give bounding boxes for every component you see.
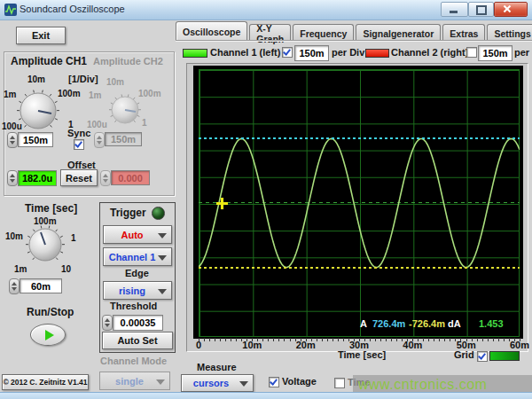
- time-knob[interactable]: [24, 223, 66, 266]
- channel-mode-value: single: [115, 376, 144, 387]
- amplitude-ch2-spinner[interactable]: [94, 132, 105, 148]
- time-value[interactable]: 60m: [20, 278, 62, 293]
- channel1-per-div-value[interactable]: 150m: [294, 45, 329, 61]
- threshold-label: Threshold: [110, 301, 157, 311]
- offset-ch1-spinner[interactable]: [7, 170, 18, 186]
- knob-label-100u: 100u: [2, 121, 22, 131]
- tab-bar: OscilloscopeX-Y GraphFrequencySignalgene…: [176, 22, 532, 41]
- waveform-trace: [199, 69, 520, 337]
- minimize-button[interactable]: [441, 2, 468, 17]
- amplitude-ch1-spinner[interactable]: [7, 132, 18, 148]
- offset-ch1-value[interactable]: 182.0u: [18, 170, 57, 186]
- app-window: Soundcard Oszilloscope Exit Amplitude CH…: [0, 0, 532, 399]
- x-tick-label: 0: [196, 340, 201, 350]
- amplitude-ch2-title: Amplitude CH2: [93, 56, 163, 66]
- tab-settings[interactable]: Settings: [487, 24, 532, 41]
- time-label-100m: 100m: [34, 216, 57, 226]
- x-tick-label: 60m: [510, 340, 529, 350]
- x-tick-label: 40m: [403, 340, 422, 350]
- knob-label-100m-ch2: 100m: [138, 89, 161, 98]
- channel1-color-swatch: [183, 49, 207, 58]
- amplitude-ch2-knob[interactable]: [107, 92, 143, 128]
- amplitude-ch2-value[interactable]: 150m: [105, 132, 142, 146]
- measure-label: Measure: [197, 362, 237, 372]
- grid-color-swatch[interactable]: [489, 351, 520, 361]
- voltage-checkbox[interactable]: [269, 377, 279, 387]
- delta-label: dA: [448, 318, 461, 329]
- play-icon: [45, 330, 54, 340]
- threshold-spinner[interactable]: [102, 315, 113, 331]
- app-icon: [4, 4, 17, 16]
- tab-extras[interactable]: Extras: [442, 24, 485, 41]
- time-label-10m: 10m: [5, 231, 23, 241]
- channel2-legend-label: Channel 2 (right): [391, 47, 468, 58]
- measure-a-label: A: [360, 318, 367, 329]
- title-bar[interactable]: Soundcard Oszilloscope: [0, 0, 532, 20]
- window-bottom-border: [0, 392, 532, 399]
- channel1-per-div-label: per Div: [332, 47, 364, 58]
- tab-oscilloscope[interactable]: Oscilloscope: [176, 21, 247, 41]
- chevron-down-icon: [239, 381, 248, 387]
- offset-ch2-value[interactable]: 0.000: [111, 170, 150, 185]
- time-measure-checkbox[interactable]: [334, 378, 345, 388]
- channel1-legend-label: Channel 1 (left): [210, 47, 280, 58]
- offset-reset-button[interactable]: Reset: [60, 169, 98, 186]
- run-stop-button[interactable]: [30, 324, 66, 346]
- tab-frequency[interactable]: Frequency: [293, 24, 354, 41]
- knob-label-100m: 100m: [58, 89, 81, 98]
- per-div-unit-label: [1/Div]: [68, 74, 98, 84]
- amplitude-ch1-value[interactable]: 150m: [18, 132, 53, 147]
- time-label-1m: 1m: [14, 264, 27, 274]
- trigger-mode-value: Auto: [121, 230, 143, 240]
- auto-set-button[interactable]: Auto Set: [102, 332, 173, 349]
- x-tick-label: 10m: [242, 340, 262, 350]
- channel-mode-label: Channel Mode: [100, 356, 167, 366]
- trigger-title: Trigger: [110, 207, 146, 219]
- cursor-lower-value: -726.4m: [409, 318, 445, 329]
- cursor-a-lower-line[interactable]: [199, 267, 520, 269]
- watermark-text: www.cntronics.com: [358, 377, 487, 393]
- offset-ch2-spinner[interactable]: [100, 170, 111, 186]
- knob-label-10m: 10m: [27, 74, 45, 84]
- channel1-enable-checkbox[interactable]: [282, 47, 293, 58]
- chevron-down-icon: [156, 379, 165, 385]
- knob-label-100u-ch2: 100u: [87, 120, 107, 129]
- knob-label-1-ch2: 1: [142, 118, 147, 128]
- cursor-upper-value: 726.4m: [372, 318, 405, 329]
- knob-label-1m-ch2: 1m: [89, 90, 101, 100]
- exit-button[interactable]: Exit: [16, 27, 66, 44]
- tab-panel-edge: [176, 40, 532, 42]
- x-axis-title: Time [sec]: [338, 349, 386, 360]
- channel-mode-dropdown[interactable]: single: [99, 372, 170, 390]
- edge-label: Edge: [125, 268, 149, 278]
- sync-checkbox[interactable]: [74, 139, 84, 150]
- maximize-button[interactable]: [468, 2, 494, 17]
- trigger-source-dropdown[interactable]: Channel 1: [103, 247, 172, 266]
- x-tick-label: 20m: [296, 340, 316, 350]
- channel2-per-div-value[interactable]: 150m: [478, 45, 512, 61]
- trigger-mode-dropdown[interactable]: Auto: [103, 225, 172, 244]
- amplitude-ch1-knob[interactable]: [15, 88, 61, 134]
- tab-signalgenerator[interactable]: Signalgenerator: [356, 24, 441, 41]
- cursor-a-upper-line[interactable]: [199, 137, 520, 139]
- channel2-enable-checkbox[interactable]: [466, 47, 477, 58]
- amplitude-ch1-title: Amplitude CH1: [11, 55, 87, 67]
- chevron-down-icon: [158, 289, 167, 294]
- knob-label-1m: 1m: [4, 90, 16, 99]
- maximize-icon: [476, 5, 487, 15]
- trigger-source-value: Channel 1: [109, 252, 156, 262]
- measure-value: cursors: [193, 378, 229, 388]
- measure-dropdown[interactable]: cursors: [181, 374, 254, 392]
- time-label-1: 1: [71, 233, 76, 243]
- trigger-edge-value: rising: [119, 286, 145, 296]
- time-spinner[interactable]: [9, 278, 20, 294]
- chevron-down-icon: [158, 233, 167, 239]
- chevron-down-icon: [158, 255, 167, 261]
- knob-label-10m-ch2: 10m: [106, 77, 124, 87]
- tab-x-y-graph[interactable]: X-Y Graph: [249, 24, 291, 41]
- threshold-value[interactable]: 0.00035: [113, 315, 163, 331]
- trigger-edge-dropdown[interactable]: rising: [103, 281, 172, 300]
- close-button[interactable]: [494, 2, 528, 17]
- delta-value: 1.453: [479, 318, 504, 329]
- grid-checkbox[interactable]: [477, 351, 488, 362]
